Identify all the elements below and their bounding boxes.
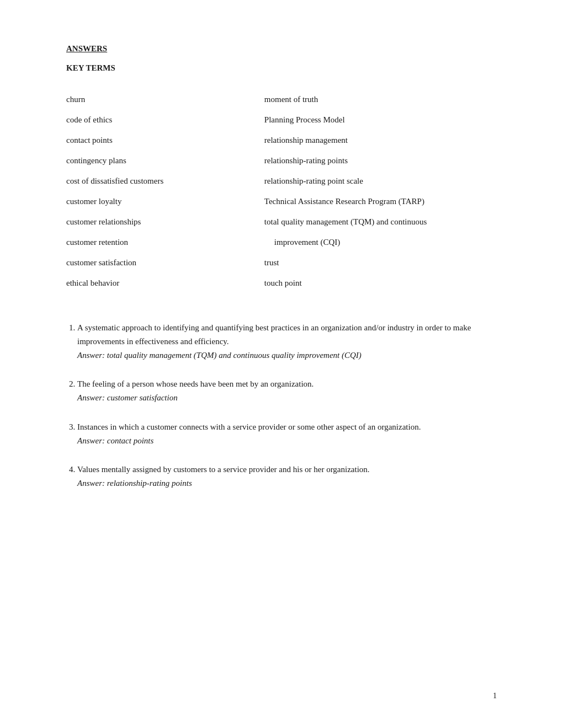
list-item-4: Values mentally assigned by customers to… [77,463,497,490]
term-left-retention: customer retention [66,232,264,253]
numbered-list: A systematic approach to identifying and… [66,321,497,490]
term-right-rating-scale: relationship-rating point scale [264,171,497,191]
answer-4-text: Answer: relationship-rating points [77,479,192,488]
term-left-cost: cost of dissatisfied customers [66,171,264,191]
terms-row: customer retention improvement (CQI) [66,232,497,253]
answer-2-text: Answer: customer satisfaction [77,393,178,402]
list-item-1: A systematic approach to identifying and… [77,321,497,362]
question-2-text: The feeling of a person whose needs have… [77,379,314,388]
term-left-ethical: ethical behavior [66,273,264,293]
term-left-loyalty: customer loyalty [66,191,264,212]
term-right-tqm-line1: total quality management (TQM) and conti… [264,212,497,232]
terms-row: churn moment of truth [66,89,497,110]
term-right-tqm-line2: improvement (CQI) [264,232,497,253]
key-terms-heading: KEY TERMS [66,63,497,73]
terms-row: ethical behavior touch point [66,273,497,293]
term-left-contact: contact points [66,130,264,151]
term-right-trust: trust [264,253,497,273]
terms-row: customer loyalty Technical Assistance Re… [66,191,497,212]
term-right-touch: touch point [264,273,497,293]
terms-table: churn moment of truth code of ethics Pla… [66,89,497,293]
term-right-planning: Planning Process Model [264,110,497,130]
question-1-text: A systematic approach to identifying and… [77,323,471,346]
terms-row: cost of dissatisfied customers relations… [66,171,497,191]
question-4-text: Values mentally assigned by customers to… [77,465,370,474]
list-item-3: Instances in which a customer connects w… [77,420,497,448]
term-right-rating-points: relationship-rating points [264,151,497,171]
terms-row: customer satisfaction trust [66,253,497,273]
page-number: 1 [493,692,497,700]
terms-row: contingency plans relationship-rating po… [66,151,497,171]
question-3-text: Instances in which a customer connects w… [77,422,421,431]
term-right-relationship-mgmt: relationship management [264,130,497,151]
list-item-2: The feeling of a person whose needs have… [77,377,497,405]
page-container: ANSWERS KEY TERMS churn moment of truth … [0,0,563,728]
answers-heading: ANSWERS [66,44,497,53]
term-left-relationships: customer relationships [66,212,264,232]
answer-1-text: Answer: total quality management (TQM) a… [77,351,362,360]
term-right-moment: moment of truth [264,89,497,110]
terms-row: contact points relationship management [66,130,497,151]
term-left-contingency: contingency plans [66,151,264,171]
term-right-tarp: Technical Assistance Research Program (T… [264,191,497,212]
term-left-satisfaction: customer satisfaction [66,253,264,273]
term-left-churn: churn [66,89,264,110]
terms-row: customer relationships total quality man… [66,212,497,232]
terms-row: code of ethics Planning Process Model [66,110,497,130]
answer-3-text: Answer: contact points [77,436,153,445]
term-left-code: code of ethics [66,110,264,130]
